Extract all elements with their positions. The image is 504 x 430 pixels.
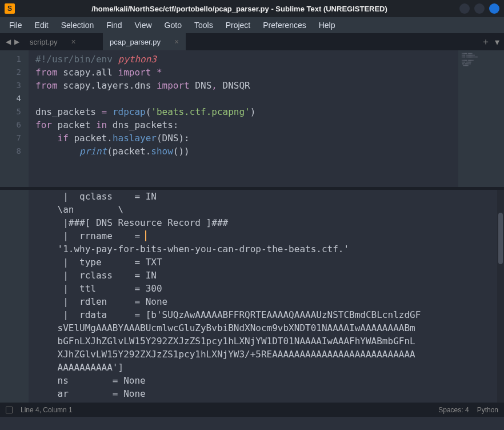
output-line: bGFnLXJhZGlvLW15Y292ZXJzZS1pcy1hLXNjYW1D… xyxy=(35,335,497,348)
window-controls xyxy=(459,3,499,14)
output-line: sVElUMgAAABYAAABUcmlwcGluZyBvbiBNdXNocm9… xyxy=(35,321,497,335)
menu-selection[interactable]: Selection xyxy=(55,18,100,32)
scrollbar-thumb[interactable] xyxy=(498,213,503,264)
output-scrollbar[interactable] xyxy=(497,190,504,403)
statusbar: Line 4, Column 1 Spaces: 4 Python xyxy=(0,403,504,417)
code-line[interactable] xyxy=(35,92,458,105)
tab-close-icon[interactable]: × xyxy=(71,37,75,46)
minimize-button[interactable] xyxy=(459,3,470,14)
tab-pcap_parser-py[interactable]: pcap_parser.py× xyxy=(103,33,186,50)
menu-tools[interactable]: Tools xyxy=(189,18,219,32)
output-line: | type = TXT xyxy=(35,256,497,269)
cursor-position[interactable]: Line 4, Column 1 xyxy=(21,406,73,414)
code-line[interactable]: print(packet.show()) xyxy=(35,145,458,158)
code-line[interactable]: from scapy.all import * xyxy=(35,66,458,79)
tab-label: script.py xyxy=(30,38,57,46)
code-line[interactable]: if packet.haslayer(DNS): xyxy=(35,132,458,145)
menu-goto[interactable]: Goto xyxy=(159,18,187,32)
tab-nav-forward-icon[interactable]: ▶ xyxy=(14,38,19,46)
menu-help[interactable]: Help xyxy=(313,18,341,32)
line-number[interactable]: 5 xyxy=(0,105,28,118)
window-title: /home/kali/NorthSec/ctf/portobello/pcap_… xyxy=(19,5,459,13)
output-line: |###[ DNS Resource Record ]### xyxy=(35,216,497,229)
code-area[interactable]: #!/usr/bin/env python3from scapy.all imp… xyxy=(29,50,458,187)
minimap[interactable]: ▆▆▆▆▆ ▆▆▆▆ ▆▆▆ ▆▆▆▆ ▆▆▆▆ ▆▆▆ ▆▆▆▆ ▆▆▆▆ ▆… xyxy=(458,50,504,187)
menu-project[interactable]: Project xyxy=(220,18,257,32)
tab-close-icon[interactable]: × xyxy=(174,37,179,46)
menu-view[interactable]: View xyxy=(129,18,158,32)
tab-actions: ＋ ▾ xyxy=(477,33,504,50)
output-line: | rrname = xyxy=(35,229,497,242)
code-line[interactable]: dns_packets = rdpcap('beats.ctf.pcapng') xyxy=(35,105,458,118)
output-line: | ttl = 300 xyxy=(35,282,497,295)
maximize-button[interactable] xyxy=(474,3,485,14)
app-icon: S xyxy=(5,3,15,14)
line-number[interactable]: 6 xyxy=(0,118,28,132)
menubar: FileEditSelectionFindViewGotoToolsProjec… xyxy=(0,17,504,33)
code-line[interactable]: for packet in dns_packets: xyxy=(35,118,458,132)
output-line: '1.why-pay-for-bits-when-you-can-drop-th… xyxy=(35,242,497,256)
line-number[interactable]: 3 xyxy=(0,79,28,92)
code-line[interactable]: from scapy.layers.dns import DNS, DNSQR xyxy=(35,79,458,92)
output-line: | rclass = IN xyxy=(35,269,497,282)
output-line: ar = None xyxy=(35,387,497,400)
line-number[interactable]: 8 xyxy=(0,145,28,158)
tab-nav-arrows: ◀ ▶ xyxy=(2,33,23,50)
line-number[interactable]: 4 xyxy=(0,92,28,105)
output-line: ns = None xyxy=(35,374,497,387)
panel-switcher-icon[interactable] xyxy=(6,407,13,413)
gutter: 12345678 xyxy=(0,50,29,187)
code-line[interactable]: #!/usr/bin/env python3 xyxy=(35,53,458,66)
line-number[interactable]: 2 xyxy=(0,66,28,79)
line-number[interactable]: 7 xyxy=(0,132,28,145)
output-line: | qclass = IN xyxy=(35,190,497,203)
titlebar: S /home/kali/NorthSec/ctf/portobello/pca… xyxy=(0,0,504,17)
output-gutter xyxy=(0,190,29,403)
tab-script-py[interactable]: script.py× xyxy=(23,33,103,50)
tabbar: ◀ ▶ script.py×pcap_parser.py× ＋ ▾ xyxy=(0,33,504,50)
output-line: XJhZGlvLW15Y292ZXJzZS1pcy1hLXNjYW3/+5REA… xyxy=(35,348,497,361)
output-line: \an \ xyxy=(35,203,497,216)
menu-find[interactable]: Find xyxy=(101,18,127,32)
menu-edit[interactable]: Edit xyxy=(29,18,54,32)
cursor xyxy=(145,230,146,241)
output-line: | rdata = [b'SUQzAwAAAAABFFRQRTEAAAAQAAA… xyxy=(35,308,497,321)
output-area[interactable]: | qclass = IN \an \ |###[ DNS Resource R… xyxy=(29,190,497,403)
line-number[interactable]: 1 xyxy=(0,53,28,66)
close-button[interactable] xyxy=(489,3,499,14)
tab-label: pcap_parser.py xyxy=(110,38,161,46)
output-line: | rdlen = None xyxy=(35,295,497,308)
menu-preferences[interactable]: Preferences xyxy=(257,18,311,32)
indentation-setting[interactable]: Spaces: 4 xyxy=(438,406,469,414)
tab-menu-icon[interactable]: ▾ xyxy=(495,37,499,47)
output-panel: | qclass = IN \an \ |###[ DNS Resource R… xyxy=(0,190,504,403)
output-line: AAAAAAAAAA'] xyxy=(35,361,497,374)
new-tab-icon[interactable]: ＋ xyxy=(481,36,490,48)
tab-nav-back-icon[interactable]: ◀ xyxy=(6,38,11,46)
minimap-content: ▆▆▆▆▆ ▆▆▆▆ ▆▆▆ ▆▆▆▆ ▆▆▆▆ ▆▆▆ ▆▆▆▆ ▆▆▆▆ ▆… xyxy=(462,53,502,70)
menu-file[interactable]: File xyxy=(3,18,28,32)
editor[interactable]: 12345678 #!/usr/bin/env python3from scap… xyxy=(0,50,504,187)
syntax-setting[interactable]: Python xyxy=(477,406,498,414)
